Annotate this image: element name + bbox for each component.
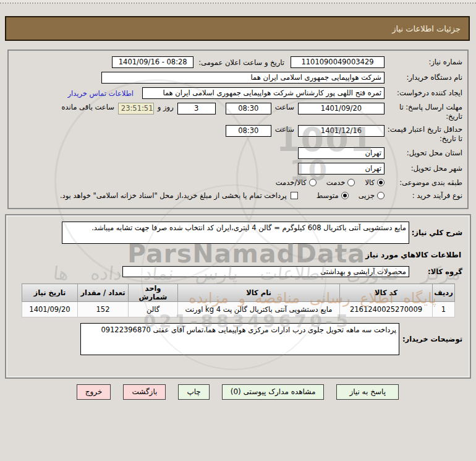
cell-unit: گالن bbox=[129, 302, 178, 317]
buyer-contact-link[interactable]: اطلاعات تماس خریدار bbox=[67, 89, 134, 98]
purchase-process-row: نوع فرآیند خرید : جزیی متوسط پرداخت تمام… bbox=[14, 191, 462, 200]
goods-info-section: شرح کلي نیاز: مایع دستشویی آنتی باکتریال… bbox=[5, 214, 471, 379]
col-need-date: تاریخ نیاز bbox=[22, 284, 78, 302]
days-label: روز و bbox=[158, 103, 174, 111]
radio-option-goods[interactable]: کالا bbox=[365, 178, 385, 187]
radio-medium-icon[interactable] bbox=[341, 192, 349, 199]
exit-button[interactable]: خروج bbox=[77, 384, 111, 400]
radio-partial-label: جزیی bbox=[359, 191, 375, 200]
need-description-field[interactable]: مایع دستشویی آنتی باکتریال 608 کیلوگرم =… bbox=[62, 222, 409, 244]
creator-field[interactable]: ثمره فتح اللهی پور کارشناس شرکت هواپیمای… bbox=[142, 87, 385, 99]
radio-service-icon[interactable] bbox=[347, 179, 355, 186]
buyer-org-label: نام دستگاه خریدار: bbox=[385, 73, 462, 82]
radio-goods-label: کالا bbox=[365, 178, 375, 187]
price-validity-row: حداقل تاریخ اعتبار قیمت: تا تاریخ: 1401/… bbox=[14, 125, 462, 144]
goods-info-heading: اطلاعات کالاهاي مورد نیاز bbox=[14, 251, 461, 259]
city-row: شهر محل تحویل: تهران bbox=[14, 163, 462, 174]
need-info-section: شماره نیاز: 1101090049003429 تاریخ و ساع… bbox=[7, 50, 469, 209]
city-field[interactable]: تهران bbox=[298, 163, 385, 174]
top-decorative-strip bbox=[0, 0, 476, 4]
buyer-notes-row: توضیحات خریدار: پرداخت سه ماهه تحویل جلو… bbox=[14, 323, 462, 355]
radio-option-medium[interactable]: متوسط bbox=[317, 191, 349, 200]
col-quantity: تعداد / مقدار bbox=[78, 284, 129, 302]
col-goods-name: نام کالا bbox=[178, 284, 340, 302]
price-validity-label: حداقل تاریخ اعتبار قیمت: تا تاریخ: bbox=[385, 125, 462, 144]
radio-medium-label: متوسط bbox=[317, 191, 339, 200]
buyer-org-row: نام دستگاه خریدار: شرکت هواپیمایی جمهوری… bbox=[14, 72, 462, 84]
treasury-checkbox-label: پرداخت تمام یا بخشی از مبلغ خرید،از محل … bbox=[60, 191, 287, 200]
goods-group-row: گروه کالا: محصولات آرایشی و بهداشتی bbox=[14, 266, 462, 277]
classification-label: طبقه بندی موضوعی: bbox=[385, 178, 462, 187]
back-button[interactable]: بازگشت bbox=[123, 384, 166, 400]
province-field[interactable]: تهران bbox=[298, 147, 385, 159]
deadline-date-field[interactable]: 1401/09/20 bbox=[298, 103, 385, 114]
radio-partial-icon[interactable] bbox=[377, 192, 385, 199]
validity-date-field[interactable]: 1401/12/16 bbox=[298, 125, 385, 137]
remaining-label: ساعت باقی مانده bbox=[62, 103, 114, 111]
purchase-process-label: نوع فرآیند خرید : bbox=[385, 191, 462, 200]
need-description-label: شرح کلي نیاز: bbox=[409, 228, 462, 237]
col-goods-code: کد کالا bbox=[340, 284, 433, 302]
goods-table: ردیف کد کالا نام کالا واحد شمارش تعداد /… bbox=[22, 283, 455, 317]
reply-to-need-button[interactable]: پاسخ به نیاز bbox=[336, 384, 399, 400]
view-attachments-button[interactable]: مشاهده مدارک پیوستی (0) bbox=[222, 384, 325, 400]
deadline-label: مهلت ارسال پاسخ: تا تاریخ: bbox=[385, 103, 462, 121]
buyer-org-field[interactable]: شرکت هواپیمایی جمهوری اسلامی ایران هما bbox=[101, 72, 385, 84]
province-row: استان محل تحویل: تهران bbox=[14, 147, 462, 159]
need-number-field[interactable]: 1101090049003429 bbox=[291, 56, 385, 68]
announce-datetime-label: تاریخ و ساعت اعلان عمومی: bbox=[198, 58, 284, 67]
radio-option-service[interactable]: خدمت bbox=[326, 178, 355, 187]
buyer-notes-field[interactable]: پرداخت سه ماهه تحویل جلوی درب ادارات مرک… bbox=[80, 323, 399, 355]
cell-need-date: 1401/09/20 bbox=[22, 302, 78, 317]
province-label: استان محل تحویل: bbox=[385, 149, 462, 158]
creator-label: ایجاد کننده درخواست: bbox=[385, 88, 462, 98]
treasury-checkbox-icon[interactable] bbox=[291, 192, 298, 199]
page-title: جزئیات اطلاعات نیاز bbox=[392, 24, 461, 33]
buyer-notes-label: توضیحات خریدار: bbox=[399, 335, 462, 343]
print-button[interactable]: چاپ bbox=[178, 384, 209, 400]
treasury-checkbox-option[interactable]: پرداخت تمام یا بخشی از مبلغ خرید،از محل … bbox=[60, 191, 298, 200]
cell-goods-name: مایع دستشویی آنتی باکتریال گالن پت 4 kg … bbox=[178, 302, 340, 317]
goods-table-header-row: ردیف کد کالا نام کالا واحد شمارش تعداد /… bbox=[22, 284, 455, 302]
deadline-hour-label: ساعت bbox=[275, 103, 294, 111]
cell-goods-code: 2161240025270009 bbox=[340, 302, 433, 317]
classification-row: طبقه بندی موضوعی: کالا خدمت کالا/خدمت bbox=[14, 178, 462, 187]
need-number-row: شماره نیاز: 1101090049003429 تاریخ و ساع… bbox=[14, 56, 462, 68]
goods-group-field[interactable]: محصولات آرایشی و بهداشتی bbox=[122, 266, 409, 277]
need-number-label: شماره نیاز: bbox=[385, 58, 462, 67]
radio-service-label: خدمت bbox=[326, 178, 346, 187]
col-unit: واحد شمارش bbox=[129, 284, 178, 302]
need-details-page: جزئیات اطلاعات نیاز شماره نیاز: 11010900… bbox=[0, 0, 476, 461]
need-description-row: شرح کلي نیاز: مایع دستشویی آنتی باکتریال… bbox=[14, 222, 462, 244]
radio-goods-service-label: کالا/خدمت bbox=[276, 178, 307, 187]
page-title-bar: جزئیات اطلاعات نیاز bbox=[5, 16, 470, 41]
goods-table-row: 1 2161240025270009 مایع دستشویی آنتی باک… bbox=[22, 302, 455, 317]
remaining-time-countdown: 23:51:51 bbox=[118, 103, 154, 114]
remaining-days-field[interactable]: 3 bbox=[177, 103, 216, 114]
action-buttons-bar: پاسخ به نیاز مشاهده مدارک پیوستی (0) چاپ… bbox=[77, 384, 399, 400]
col-row-no: ردیف bbox=[433, 284, 455, 302]
deadline-row: مهلت ارسال پاسخ: تا تاریخ: 1401/09/20 سا… bbox=[14, 103, 462, 121]
city-label: شهر محل تحویل: bbox=[385, 164, 462, 173]
radio-option-partial[interactable]: جزیی bbox=[359, 191, 385, 200]
deadline-time-field[interactable]: 08:30 bbox=[226, 103, 271, 114]
validity-hour-label: ساعت bbox=[275, 125, 294, 134]
cell-row-no: 1 bbox=[433, 302, 455, 317]
radio-goods-service-icon[interactable] bbox=[309, 179, 317, 186]
validity-time-field[interactable]: 08:30 bbox=[226, 125, 271, 137]
radio-option-goods-service[interactable]: کالا/خدمت bbox=[276, 178, 317, 187]
radio-goods-icon[interactable] bbox=[377, 179, 385, 186]
goods-group-label: گروه کالا: bbox=[409, 267, 462, 276]
creator-row: ایجاد کننده درخواست: ثمره فتح اللهی پور … bbox=[14, 87, 462, 99]
announce-datetime-field[interactable]: 1401/09/16 - 08:28 bbox=[112, 56, 193, 68]
cell-quantity: 152 bbox=[78, 302, 129, 317]
